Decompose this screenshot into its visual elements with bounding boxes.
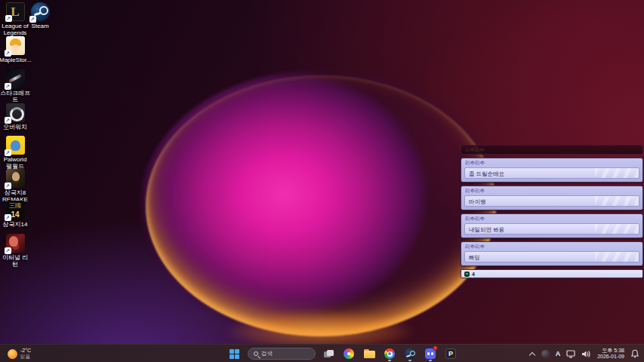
weather-widget[interactable]: -2°C 맑음: [5, 345, 34, 362]
desktop-icon-label: 삼국지14: [0, 221, 31, 228]
notification-card[interactable]: 리추리추 좀 드릴순배요: [461, 158, 643, 183]
search-icon: [254, 351, 258, 356]
shortcut-arrow-icon: [5, 83, 11, 90]
clock-date: 2026-01-09: [597, 354, 624, 360]
desktop-icon-label: Steam: [24, 23, 56, 29]
shortcut-arrow-icon: [5, 183, 11, 189]
notification-message: 내일되면 봐용: [465, 224, 639, 235]
sun-weather-icon: [8, 349, 17, 359]
shortcut-arrow-icon: [5, 247, 11, 254]
chrome-button[interactable]: [382, 345, 397, 362]
desktop-icon-label: 이터널 리턴: [0, 254, 31, 268]
weather-temperature: -2°C: [20, 348, 31, 354]
desktop-icon-label: MapleStor...: [0, 57, 31, 63]
discord-button[interactable]: [423, 345, 438, 362]
league-of-legends-icon: [6, 2, 25, 21]
running-indicator: [388, 360, 391, 361]
desktop-icon-label: 스타크래프트: [0, 90, 31, 103]
taskbar: -2°C 맑음 검색 A: [0, 344, 644, 362]
steam-icon: [405, 348, 415, 359]
sam14-icon: [6, 201, 25, 219]
notification-body: 좀 드릴순배요: [464, 167, 639, 179]
notification-summary-bar[interactable]: 4: [461, 269, 643, 278]
notification-center-button[interactable]: [628, 346, 642, 361]
taskbar-search-input[interactable]: 검색: [248, 348, 316, 360]
network-button[interactable]: [564, 346, 578, 361]
shortcut-arrow-icon: [5, 214, 11, 221]
task-view-icon: [324, 350, 334, 358]
bell-icon: [630, 349, 639, 358]
desktop-icon-steam[interactable]: Steam: [26, 2, 54, 29]
desktop-icon-sam14[interactable]: 삼국지14: [1, 201, 29, 228]
volume-button[interactable]: [579, 346, 593, 361]
running-indicator: [408, 360, 411, 361]
speaker-icon: [581, 350, 591, 358]
steam-taskbar-button[interactable]: [402, 345, 418, 362]
notification-card[interactable]: 리추리추 빠잉: [461, 241, 643, 266]
desktop-icon-maplestory[interactable]: MapleStor...: [1, 36, 29, 63]
photos-icon: [344, 348, 354, 359]
maplestory-icon: [6, 36, 25, 55]
notification-count: 4: [472, 272, 475, 277]
network-icon: [566, 350, 575, 358]
notification-message: 빠잉: [465, 252, 639, 262]
clock-time: 오후 5:38: [602, 348, 624, 354]
notification-body: 바이뱅: [464, 195, 639, 207]
desktop-icon-sam8-remake[interactable]: 삼국지8 REMAKE: [1, 169, 29, 203]
notification-card[interactable]: 리추리추 내일되면 봐용: [461, 213, 643, 238]
p-app-button[interactable]: [443, 345, 458, 362]
weather-condition: 맑음: [20, 354, 31, 360]
overwatch-icon: [6, 103, 25, 122]
notification-card[interactable]: 리추리추 바이뱅: [461, 186, 643, 210]
ime-language-label: A: [556, 350, 561, 357]
notification-body: 빠잉: [464, 251, 639, 262]
notification-sender: 리추리추: [465, 160, 485, 167]
notification-message: 좀 드릴순배요: [465, 168, 639, 179]
chevron-up-icon: [529, 351, 535, 357]
eternal-return-icon: [6, 234, 25, 253]
desktop-icon-overwatch[interactable]: 오버워치: [1, 103, 29, 130]
desktop-icon-eternal-return[interactable]: 이터널 리턴: [1, 234, 29, 268]
task-view-button[interactable]: [321, 345, 336, 362]
palworld-icon: [6, 136, 25, 155]
desktop-icon-label: Palworld 팰월드: [0, 156, 31, 170]
notification-message: 바이뱅: [465, 196, 639, 207]
tray-app-button[interactable]: [539, 346, 552, 361]
shortcut-arrow-icon: [5, 117, 11, 124]
photos-app-button[interactable]: [341, 345, 356, 362]
desktop-icon-palworld[interactable]: Palworld 팰월드: [1, 136, 29, 170]
messenger-app-icon: [464, 272, 470, 277]
notification-badge: [433, 345, 438, 351]
steam-icon: [31, 2, 50, 21]
folder-icon: [364, 349, 375, 358]
taskbar-clock[interactable]: 오후 5:38 2026-01-09: [595, 346, 627, 361]
file-explorer-button[interactable]: [362, 345, 377, 362]
notification-body: 내일되면 봐용: [464, 223, 639, 235]
desktop-icon-starcraft[interactable]: 스타크래프트: [1, 69, 29, 103]
sam8-remake-icon: [6, 169, 25, 188]
p-app-icon: [445, 348, 456, 359]
starcraft-icon: [6, 69, 25, 88]
notification-fading[interactable]: 리추리추: [461, 145, 643, 155]
start-button[interactable]: [226, 346, 242, 361]
notification-fading-title: 리추리추: [461, 146, 642, 155]
notification-sender: 리추리추: [465, 188, 485, 195]
ime-indicator[interactable]: A: [553, 346, 563, 361]
desktop-icon-label: 오버워치: [0, 124, 31, 130]
tray-overflow-button[interactable]: [527, 346, 538, 361]
shortcut-arrow-icon: [5, 149, 11, 156]
notification-sender: 리추리추: [465, 244, 485, 250]
notification-sender: 리추리추: [465, 216, 485, 222]
search-placeholder: 검색: [261, 350, 273, 357]
shortcut-arrow-icon: [5, 50, 11, 57]
shortcut-arrow-icon: [29, 16, 36, 23]
running-indicator: [429, 360, 432, 361]
windows-logo-icon: [230, 349, 239, 359]
tray-app-icon: [541, 350, 550, 358]
shortcut-arrow-icon: [5, 15, 12, 22]
chrome-icon: [384, 348, 395, 359]
